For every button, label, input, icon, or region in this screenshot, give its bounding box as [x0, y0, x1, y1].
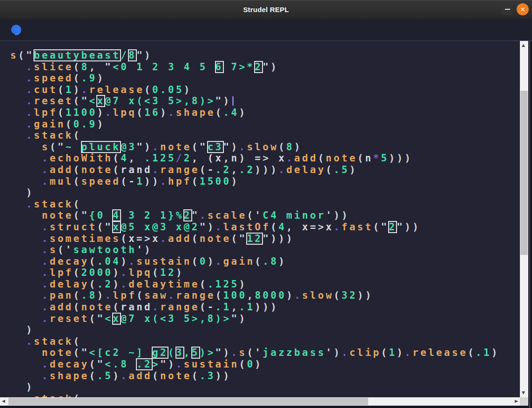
code-token: . — [121, 279, 128, 290]
strudel-logo-icon[interactable] — [9, 23, 22, 36]
code-line[interactable]: .decay("<.8 .2>").sustain(0) — [10, 359, 499, 370]
code-token: ") — [223, 141, 239, 153]
v-scrollbar[interactable]: ▲ ▼ — [520, 41, 528, 397]
code-line[interactable]: .stack( — [10, 393, 499, 397]
code-token: ( — [239, 359, 247, 370]
code-token: .5 — [97, 370, 113, 381]
code-line[interactable]: .s('sawtooth') — [10, 244, 499, 256]
code-line[interactable]: s("~ pluck@3").note("c3").slow(8) — [10, 141, 499, 153]
code-token: ( — [74, 301, 81, 313]
code-line[interactable]: .lpf(1100).lpq(16).shape(.4) — [10, 107, 499, 119]
code-token: ') — [136, 244, 152, 255]
h-scrollbar[interactable]: ◀ ▶ — [0, 397, 520, 406]
code-token: ( — [318, 153, 326, 164]
code-line[interactable]: .gain(0.9) — [10, 119, 499, 130]
code-token: ( — [74, 73, 81, 84]
code-token: ) — [397, 347, 404, 358]
code-line[interactable]: .decay(.04).sustain(0).gain(.8) — [10, 256, 499, 268]
code-token: 12 — [160, 267, 176, 278]
code-token: )) — [144, 176, 160, 187]
code-line[interactable]: .mul(speed(-1)).hpf(1500) — [10, 176, 499, 187]
code-token: .1 — [215, 301, 231, 313]
code-token: . — [168, 290, 176, 301]
code-token: . — [26, 393, 34, 397]
code-token: . — [239, 141, 247, 153]
text-caret — [232, 96, 234, 106]
code-token: . — [278, 164, 286, 175]
code-line[interactable]: .struct("x@5 x@3 x@2").lastOf(4, x=>x.fa… — [10, 221, 499, 233]
code-token: struct — [50, 221, 97, 233]
code-line[interactable]: ) — [10, 324, 499, 336]
code-token: 0.05 — [152, 84, 184, 95]
code-token: 8 — [286, 141, 294, 153]
code-line[interactable]: .stack( — [10, 199, 499, 210]
code-token: (" — [97, 221, 113, 233]
scroll-down-icon[interactable]: ▼ — [522, 391, 525, 395]
code-line[interactable]: .lpf(2000).lpq(12) — [10, 267, 499, 279]
code-token — [10, 359, 42, 370]
code-token: . — [42, 256, 50, 267]
scroll-up-icon[interactable]: ▲ — [522, 43, 525, 47]
code-token: . — [26, 199, 34, 210]
code-token: . — [160, 176, 168, 187]
window-titlebar[interactable]: Strudel REPL — [0, 0, 532, 19]
code-line[interactable]: .add(note(rand.range(-.1,.1))) — [10, 301, 499, 313]
code-line[interactable]: .delay(.2).delaytime(.125) — [10, 279, 499, 290]
code-token: . — [42, 359, 50, 370]
code-token: (' — [247, 347, 263, 358]
code-token: ) — [113, 370, 121, 381]
close-button[interactable]: ✕ — [517, 3, 529, 15]
code-token: ( — [66, 119, 74, 130]
highlighted-token: x — [113, 221, 121, 233]
code-line[interactable]: .cut(1).release(0.05) — [10, 84, 499, 96]
code-token: ( — [89, 256, 97, 267]
code-token: ( — [215, 107, 223, 118]
code-line[interactable]: note("<[c2 ~] g2(3,5)>").s('jazzbass').c… — [10, 347, 499, 359]
code-token: 4 — [278, 221, 286, 233]
code-token: ") — [231, 313, 247, 324]
minimize-button[interactable] — [502, 4, 513, 15]
code-line[interactable]: .reset("<x@7 x(<3 5>,8)>") — [10, 313, 499, 325]
code-line[interactable]: s("beautybeast/8") — [10, 50, 499, 61]
code-token: lpf — [113, 290, 136, 301]
code-token: ( — [270, 221, 278, 233]
code-line[interactable]: .echoWith(4, .125/2, (x,n) => x.add(note… — [10, 153, 499, 164]
code-token: ) — [113, 279, 121, 290]
code-line[interactable]: .sometimes(x=>x.add(note("12"))) — [10, 233, 499, 245]
code-token — [10, 301, 42, 313]
code-line[interactable]: .pan(.8).lpf(saw.range(100,8000).slow(32… — [10, 290, 499, 301]
code-token: .4 — [223, 107, 239, 118]
code-token: add — [50, 301, 74, 313]
code-line[interactable]: ) — [10, 187, 499, 199]
code-token: .04 — [97, 256, 121, 267]
code-token: <[c2 ~] — [89, 347, 152, 358]
code-token: ) — [74, 84, 81, 95]
code-token: ( — [89, 279, 97, 290]
code-line[interactable]: .stack( — [10, 130, 499, 141]
code-token: rand — [121, 301, 152, 313]
code-token: .1 — [239, 301, 255, 313]
code-line[interactable]: note("{0 4 3 2 1}%2".scale('C4 minor')) — [10, 210, 499, 221]
scroll-right-icon[interactable]: ▶ — [515, 399, 518, 403]
code-token: . — [26, 95, 34, 107]
scroll-left-icon[interactable]: ◀ — [2, 399, 5, 403]
code-token: . — [334, 221, 342, 233]
code-line[interactable]: .shape(.5).add(note(.3)) — [10, 370, 499, 382]
code-line[interactable]: .speed(.9) — [10, 73, 499, 84]
code-line[interactable]: .stack( — [10, 336, 499, 348]
code-editor-content[interactable]: s("beautybeast/8") .slice(8, "<0 1 2 3 4… — [10, 50, 499, 397]
code-line[interactable]: .slice(8, "<0 1 2 3 4 5 6 7>*2") — [10, 61, 499, 73]
code-editor[interactable]: s("beautybeast/8") .slice(8, "<0 1 2 3 4… — [0, 41, 520, 397]
code-token: add — [50, 164, 74, 175]
h-scroll-thumb[interactable] — [8, 398, 368, 405]
code-token: cut — [34, 84, 58, 95]
code-token: . — [121, 267, 128, 278]
code-token: . — [26, 107, 34, 118]
code-line[interactable]: .reset("<x@7 x(<3 5>,8)>") — [10, 95, 499, 107]
code-token: echoWith — [50, 153, 113, 164]
code-line[interactable]: ) — [10, 381, 499, 393]
window-right-border — [528, 41, 532, 408]
v-scroll-thumb[interactable] — [520, 91, 528, 255]
code-token: lastOf — [223, 221, 271, 233]
code-line[interactable]: .add(note(rand.range(-.2,.2))).delay(.5) — [10, 164, 499, 176]
